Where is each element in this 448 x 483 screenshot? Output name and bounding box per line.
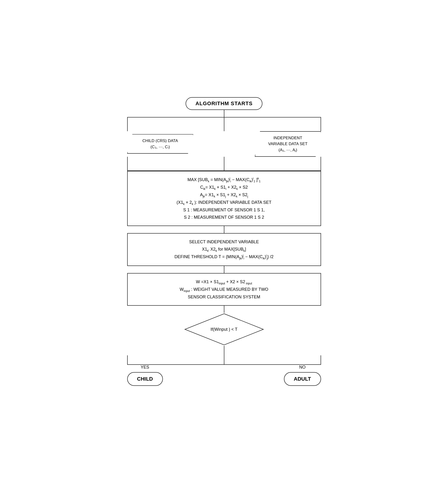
process1-line4: (X1k × 2k ): INDEPENDENT VARIABLE DATA S… (135, 199, 313, 206)
process1-line1: MAX [SUBk = MIN(Ajk)ji − MAX(Cik)i1 ]k1 (135, 176, 313, 184)
bottom-branch (127, 346, 321, 365)
adult-oval: ADULT (284, 372, 321, 386)
process1-line6: S 2 : MEASUREMENT OF SENSOR 1 S 2 (135, 214, 313, 221)
process1-line3: Ajk= X1k × S1j + X2k × S2j (135, 191, 313, 199)
decision-label: If(Winput ) < T (210, 327, 237, 332)
process3-line1: W =X1 × S1input + X2 × S2 input (135, 278, 313, 286)
process2-line2: X1k' X2k for MAX[SUBk] (135, 246, 313, 253)
connector-2 (224, 226, 224, 233)
merge-bar (127, 157, 321, 171)
input-row: CHILD (CRS) DATA (C₁, ⋯, Cᵢ) INDEPENDENT… (127, 131, 321, 157)
process3-line3: SENSOR CLASSIFICATION SYSTEM (135, 293, 313, 301)
process1-line5: S 1 : MEASUREMENT OF SENSOR 1 S 1, (135, 206, 313, 214)
input-right: INDEPENDENT VARIABLE DATA SET (A₁, ⋯, Aⱼ… (255, 131, 321, 157)
process-box-2: SELECT INDEPENDENT VARIABLE X1k' X2k for… (127, 233, 321, 266)
flowchart: ALGORITHM STARTS CHILD (CRS) DATA (C₁, ⋯… (118, 97, 330, 386)
process-box-1: MAX [SUBk = MIN(Ajk)ji − MAX(Cik)i1 ]k1 … (127, 171, 321, 226)
no-label: NO (299, 365, 306, 370)
yes-label: YES (141, 365, 149, 370)
process2-line3: DEFINE THRESHOLD T = {MIN(Ajk)ji − MAX(C… (135, 253, 313, 261)
connector-1 (224, 110, 224, 117)
process-box-3: W =X1 × S1input + X2 × S2 input Winput :… (127, 273, 321, 306)
input-left: CHILD (CRS) DATA (C₁, ⋯, Cᵢ) (127, 134, 193, 154)
branch-bar-top (127, 117, 321, 131)
child-oval: CHILD (127, 372, 163, 386)
bottom-row: YES CHILD NO ADULT (127, 365, 321, 386)
process1-line2: Cik= X1k × S1i + X2k × S2 (135, 184, 313, 191)
connector-3 (224, 266, 224, 273)
start-oval: ALGORITHM STARTS (186, 97, 263, 110)
process2-line1: SELECT INDEPENDENT VARIABLE (135, 238, 313, 246)
connector-4 (224, 306, 224, 313)
process3-line2: Winput : WEIGHT VALUE MEASURED BY TWO (135, 286, 313, 293)
decision-diamond: If(Winput ) < T (184, 313, 264, 346)
